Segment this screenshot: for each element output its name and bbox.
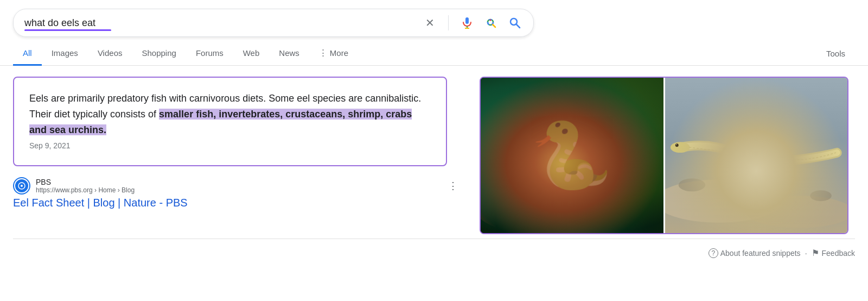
svg-point-24 — [533, 151, 535, 153]
search-underline — [24, 29, 111, 31]
footer-dot: · — [805, 249, 807, 258]
svg-point-20 — [576, 153, 584, 161]
tab-shopping[interactable]: Shopping — [132, 42, 186, 66]
source-info: PBS https://www.pbs.org › Home › Blog — [36, 178, 135, 194]
voice-search-button[interactable] — [459, 15, 475, 30]
svg-point-26 — [665, 180, 783, 223]
svg-point-15 — [536, 180, 647, 233]
svg-point-32 — [675, 144, 676, 145]
source-name: PBS — [36, 178, 135, 186]
svg-point-17 — [533, 136, 611, 186]
nav-tabs-left: All Images Videos Shopping Forums Web Ne… — [13, 41, 358, 65]
feedback-label: Feedback — [822, 249, 855, 258]
svg-rect-0 — [465, 17, 469, 24]
pbs-icon-inner — [14, 178, 29, 193]
svg-line-8 — [516, 24, 520, 28]
tab-forums[interactable]: Forums — [186, 42, 233, 66]
search-submit-button[interactable] — [507, 15, 522, 30]
source-menu-button[interactable]: ⋮ — [448, 180, 458, 192]
svg-point-27 — [745, 196, 847, 228]
feedback-icon: ⚑ — [812, 248, 819, 258]
tab-videos[interactable]: Videos — [88, 42, 132, 66]
search-bar-area: what do eels eat ✕ — [0, 0, 868, 37]
svg-rect-25 — [665, 78, 848, 233]
feedback-button[interactable]: ⚑ Feedback — [812, 248, 855, 258]
svg-point-16 — [503, 164, 569, 208]
pbs-logo — [17, 181, 27, 191]
tab-all[interactable]: All — [13, 42, 42, 66]
snippet-date: Sep 9, 2021 — [29, 140, 431, 152]
featured-snippet: Eels are primarily predatory fish with c… — [13, 77, 447, 166]
clear-button[interactable]: ✕ — [422, 15, 437, 30]
result-link[interactable]: Eel Fact Sheet | Blog | Nature - PBS — [13, 197, 188, 209]
svg-point-31 — [675, 143, 678, 147]
svg-point-28 — [678, 179, 705, 192]
left-column: Eels are primarily predatory fish with c… — [13, 77, 458, 234]
svg-rect-12 — [481, 78, 663, 233]
search-bar: what do eels eat ✕ — [13, 9, 534, 37]
lens-search-button[interactable] — [483, 15, 499, 30]
svg-point-29 — [810, 190, 832, 201]
moray-eel-image[interactable] — [481, 78, 663, 233]
source-url: https://www.pbs.org › Home › Blog — [36, 186, 135, 194]
close-icon: ✕ — [425, 16, 435, 29]
search-icons: ✕ — [422, 15, 522, 30]
about-snippets-link[interactable]: ? About featured snippets — [709, 248, 801, 258]
tab-more[interactable]: ⋮ More — [309, 41, 358, 66]
tab-web[interactable]: Web — [233, 42, 270, 66]
svg-point-14 — [481, 164, 558, 230]
svg-point-18 — [554, 151, 563, 160]
result-source: PBS https://www.pbs.org › Home › Blog ⋮ — [13, 177, 458, 195]
lens-icon — [484, 16, 497, 29]
search-icon — [508, 16, 521, 29]
tab-images[interactable]: Images — [42, 42, 88, 66]
snippet-text: Eels are primarily predatory fish with c… — [29, 91, 431, 152]
svg-point-21 — [561, 165, 566, 171]
about-snippets-label: About featured snippets — [720, 249, 801, 258]
svg-point-22 — [519, 145, 558, 170]
svg-rect-13 — [481, 78, 663, 233]
svg-point-30 — [670, 142, 690, 153]
svg-point-11 — [21, 185, 23, 187]
pbs-icon — [13, 177, 30, 195]
svg-point-19 — [566, 160, 572, 167]
question-icon: ? — [709, 248, 718, 258]
sand-eel-image[interactable] — [665, 78, 848, 233]
tab-news[interactable]: News — [269, 42, 309, 66]
more-dots-icon: ⋮ — [319, 48, 327, 58]
nav-tabs: All Images Videos Shopping Forums Web Ne… — [0, 41, 868, 66]
tools-button[interactable]: Tools — [816, 42, 855, 65]
svg-point-23 — [531, 150, 536, 155]
main-content: Eels are primarily predatory fish with c… — [0, 66, 868, 234]
svg-line-6 — [493, 24, 495, 27]
search-input[interactable]: what do eels eat — [24, 17, 422, 29]
right-column — [480, 77, 855, 234]
mic-icon — [461, 16, 474, 29]
footer-area: ? About featured snippets · ⚑ Feedback — [0, 239, 868, 267]
sand-eel-svg — [665, 78, 848, 233]
images-box — [480, 77, 848, 234]
icon-divider — [448, 15, 449, 30]
svg-point-5 — [490, 20, 492, 21]
moray-eel-svg — [481, 78, 663, 233]
